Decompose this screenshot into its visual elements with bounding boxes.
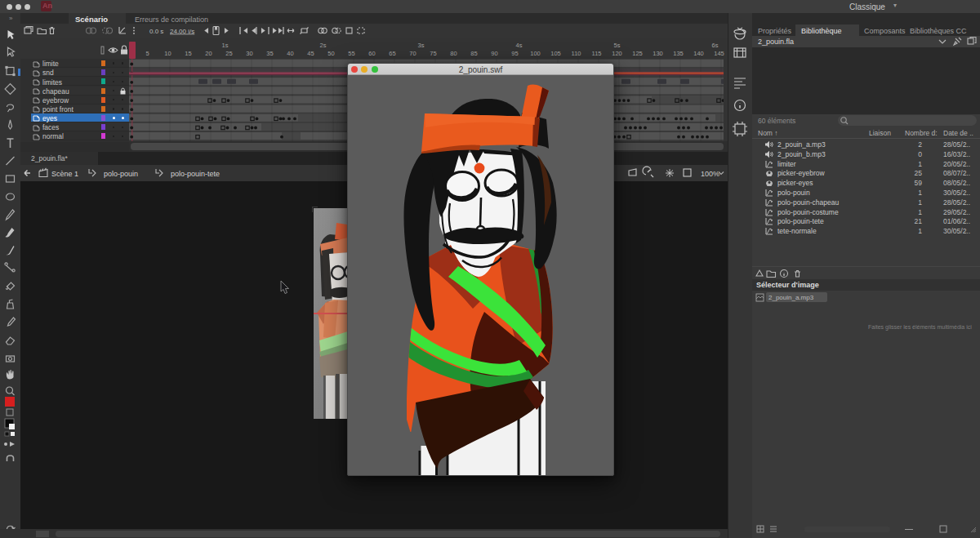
svg-text:120: 120 [612,50,622,57]
svg-text:125: 125 [632,50,643,57]
svg-text:55: 55 [348,50,354,57]
svg-text:80: 80 [450,50,457,57]
svg-text:115: 115 [592,50,602,57]
svg-text:5s: 5s [614,42,621,49]
svg-text:100%: 100% [701,170,719,178]
svg-text:85: 85 [470,50,477,57]
svg-text:15: 15 [185,50,191,57]
svg-text:Scène 1: Scène 1 [51,170,78,178]
svg-text:0.0 s: 0.0 s [149,28,163,35]
svg-text:65: 65 [389,50,395,57]
svg-text:20: 20 [205,50,212,57]
svg-text:145: 145 [714,50,724,57]
svg-text:6s: 6s [712,42,719,49]
svg-text:130: 130 [653,50,663,57]
svg-text:45: 45 [307,50,314,57]
svg-text:140: 140 [693,50,704,57]
svg-text:1s: 1s [222,42,229,49]
svg-text:3s: 3s [418,42,425,49]
svg-text:5: 5 [145,50,149,57]
svg-text:70: 70 [409,50,416,57]
svg-text:105: 105 [550,50,561,57]
svg-text:10: 10 [164,50,171,57]
svg-text:90: 90 [491,50,497,57]
svg-text:100: 100 [530,50,541,57]
svg-text:25: 25 [225,50,232,57]
svg-text:75: 75 [430,50,436,57]
svg-text:polo-pouin: polo-pouin [104,170,138,178]
svg-text:35: 35 [266,50,273,57]
svg-text:110: 110 [572,50,581,57]
svg-text:2s: 2s [320,42,327,49]
svg-text:24.00 i/s: 24.00 i/s [170,28,194,35]
svg-text:50: 50 [327,50,334,57]
svg-text:polo-pouin-tete: polo-pouin-tete [171,170,220,178]
svg-text:30: 30 [246,50,252,57]
svg-text:40: 40 [287,50,293,57]
svg-text:4s: 4s [516,42,523,49]
svg-text:135: 135 [673,50,684,57]
svg-text:60: 60 [368,50,375,57]
svg-text:95: 95 [511,50,518,57]
